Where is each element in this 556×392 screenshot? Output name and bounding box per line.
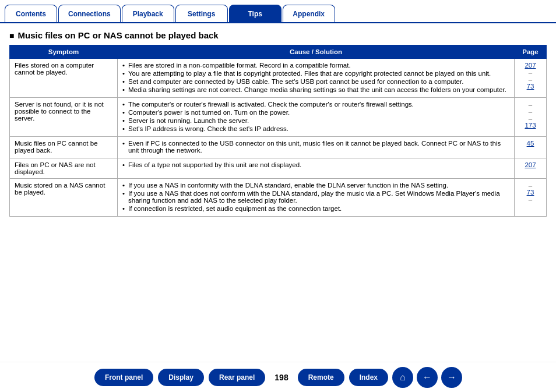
cause-cell: If you use a NAS in conformity with the … <box>118 179 515 217</box>
tab-appendix[interactable]: Appendix <box>283 5 335 22</box>
tab-settings[interactable]: Settings <box>175 5 228 22</box>
tab-playback[interactable]: Playback <box>122 5 174 22</box>
symptom-cell: Files on PC or NAS are not displayed. <box>10 158 118 179</box>
page-link[interactable]: 207 <box>525 161 536 168</box>
front-panel-button[interactable]: Front panel <box>94 369 153 386</box>
tab-tips[interactable]: Tips <box>229 5 281 22</box>
table-row: Music stored on a NAS cannot be played. … <box>10 179 547 217</box>
symptom-cell: Music stored on a NAS cannot be played. <box>10 179 118 217</box>
bottom-nav: Front panel Display Rear panel 198 Remot… <box>0 362 556 392</box>
page-cell: 45 <box>515 137 547 158</box>
page-number: 198 <box>275 373 288 382</box>
col-header-page: Page <box>515 45 547 59</box>
back-button[interactable]: ← <box>417 367 438 388</box>
symptom-cell: Files stored on a computer cannot be pla… <box>10 59 118 98</box>
page-link[interactable]: 207 <box>525 62 536 69</box>
page-link[interactable]: 73 <box>527 83 534 90</box>
main-content: Music files on PC or NAS cannot be playe… <box>0 23 556 224</box>
forward-button[interactable]: → <box>441 367 462 388</box>
cause-cell: Files of a type not supported by this un… <box>118 158 515 179</box>
main-table: Symptom Cause / Solution Page Files stor… <box>9 45 547 217</box>
table-row: Server is not found, or it is not possib… <box>10 98 547 137</box>
index-button[interactable]: Index <box>349 369 388 386</box>
tab-contents[interactable]: Contents <box>5 5 57 22</box>
page-link[interactable]: 73 <box>527 189 534 196</box>
home-button[interactable]: ⌂ <box>392 367 413 388</box>
table-row: Files on PC or NAS are not displayed. Fi… <box>10 158 547 179</box>
page-link[interactable]: 45 <box>527 140 534 147</box>
col-header-cause: Cause / Solution <box>118 45 515 59</box>
page-cell: – – – 173 <box>515 98 547 137</box>
page-cell: 207 <box>515 158 547 179</box>
cause-cell: The computer's or router's firewall is a… <box>118 98 515 137</box>
section-heading: Music files on PC or NAS cannot be playe… <box>9 30 547 40</box>
col-header-symptom: Symptom <box>10 45 118 59</box>
nav-tabs: Contents Connections Playback Settings T… <box>0 0 556 23</box>
symptom-cell: Music files on PC cannot be played back. <box>10 137 118 158</box>
table-row: Files stored on a computer cannot be pla… <box>10 59 547 98</box>
display-button[interactable]: Display <box>158 369 204 386</box>
symptom-cell: Server is not found, or it is not possib… <box>10 98 118 137</box>
rear-panel-button[interactable]: Rear panel <box>209 369 265 386</box>
table-row: Music files on PC cannot be played back.… <box>10 137 547 158</box>
page-cell: 207 – – 73 <box>515 59 547 98</box>
cause-cell: Files are stored in a non-compatible for… <box>118 59 515 98</box>
page-cell: – 73 – <box>515 179 547 217</box>
cause-cell: Even if PC is connected to the USB conne… <box>118 137 515 158</box>
page-link[interactable]: 173 <box>525 122 536 129</box>
tab-connections[interactable]: Connections <box>58 5 121 22</box>
remote-button[interactable]: Remote <box>298 369 344 386</box>
